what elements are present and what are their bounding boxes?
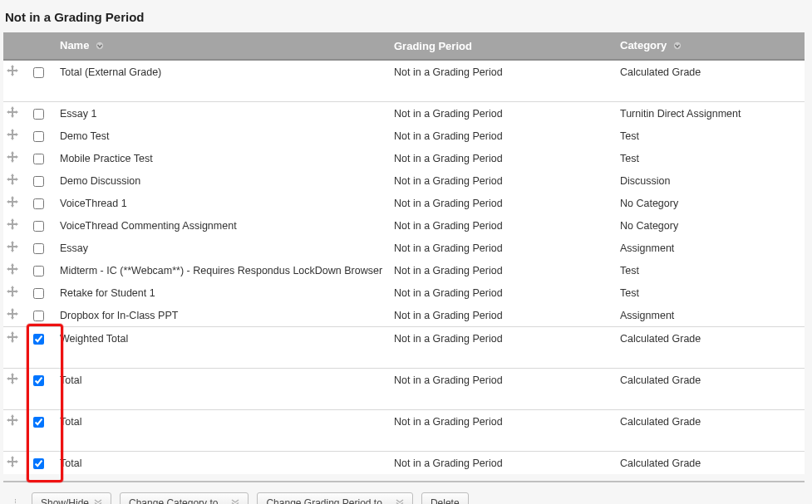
move-icon[interactable]: [7, 331, 18, 343]
table-row: Demo DiscussionNot in a Grading PeriodDi…: [3, 169, 805, 192]
row-checkbox[interactable]: [33, 154, 44, 164]
row-checkbox[interactable]: [33, 243, 44, 254]
row-period: Not in a Grading Period: [391, 102, 617, 125]
table-row: EssayNot in a Grading PeriodAssignment: [3, 237, 805, 259]
move-icon[interactable]: [7, 129, 18, 140]
row-category: Assignment: [617, 237, 805, 259]
row-name[interactable]: Mobile Practice Test: [57, 147, 391, 169]
move-icon[interactable]: [7, 286, 18, 297]
row-name[interactable]: Essay: [57, 237, 391, 259]
move-icon[interactable]: [7, 218, 18, 230]
col-check: [30, 32, 57, 60]
section-divider: [3, 481, 805, 482]
table-row: Essay 1Not in a Grading PeriodTurnitin D…: [3, 102, 805, 125]
row-name[interactable]: Total: [57, 410, 391, 433]
move-icon[interactable]: [7, 174, 18, 185]
change-period-label: Change Grading Period to...: [266, 497, 390, 504]
row-name[interactable]: Weighted Total: [57, 327, 391, 350]
row-checkbox[interactable]: [33, 221, 44, 232]
row-checkbox[interactable]: [33, 334, 44, 345]
row-checkbox[interactable]: [33, 266, 44, 276]
table-row: TotalNot in a Grading PeriodCalculated G…: [3, 410, 805, 433]
row-category: Assignment: [617, 304, 805, 327]
move-icon[interactable]: [7, 308, 18, 320]
table-row: VoiceThread Commenting AssignmentNot in …: [3, 214, 805, 237]
move-icon[interactable]: [7, 373, 18, 384]
delete-label: Delete: [431, 497, 460, 504]
row-category: Test: [617, 281, 805, 304]
move-icon[interactable]: [7, 241, 18, 252]
row-category: Test: [617, 125, 805, 147]
row-period: Not in a Grading Period: [391, 125, 617, 147]
change-category-label: Change Category to...: [129, 497, 226, 504]
double-chevron-down-icon: [396, 497, 404, 504]
change-category-button[interactable]: Change Category to...: [120, 492, 249, 504]
col-drag: [3, 32, 30, 60]
change-grading-period-button[interactable]: Change Grading Period to...: [257, 492, 412, 504]
row-checkbox[interactable]: [33, 288, 44, 299]
col-period-header[interactable]: Grading Period: [391, 32, 617, 60]
double-chevron-down-icon: [231, 497, 239, 504]
row-period: Not in a Grading Period: [391, 192, 617, 214]
row-category: Calculated Grade: [617, 452, 805, 475]
row-spacer: [3, 83, 805, 102]
chevron-down-icon: [672, 40, 682, 52]
row-checkbox[interactable]: [33, 375, 44, 386]
table-row: Dropbox for In-Class PPTNot in a Grading…: [3, 304, 805, 327]
move-icon[interactable]: [7, 65, 18, 76]
show-hide-label: Show/Hide: [41, 497, 89, 504]
grading-table: Name Grading Period Category: [3, 32, 805, 474]
row-name[interactable]: Dropbox for In-Class PPT: [57, 304, 391, 327]
row-period: Not in a Grading Period: [391, 410, 617, 433]
row-category: Test: [617, 259, 805, 281]
show-hide-button[interactable]: Show/Hide: [32, 492, 111, 504]
row-name[interactable]: VoiceThread Commenting Assignment: [57, 214, 391, 237]
row-checkbox[interactable]: [33, 311, 44, 321]
row-category: Calculated Grade: [617, 369, 805, 392]
table-row: Retake for Student 1Not in a Grading Per…: [3, 281, 805, 304]
row-name[interactable]: Demo Discussion: [57, 169, 391, 192]
row-name[interactable]: Demo Test: [57, 125, 391, 147]
table-row: Weighted TotalNot in a Grading PeriodCal…: [3, 327, 805, 350]
delete-button[interactable]: Delete: [421, 492, 469, 504]
table-row: Midterm - IC (**Webcam**) - Requires Res…: [3, 259, 805, 281]
row-name[interactable]: Total (External Grade): [57, 60, 391, 83]
row-period: Not in a Grading Period: [391, 259, 617, 281]
row-name[interactable]: Midterm - IC (**Webcam**) - Requires Res…: [57, 259, 391, 281]
move-icon[interactable]: [7, 263, 18, 275]
move-icon[interactable]: [7, 456, 18, 467]
col-period-label: Grading Period: [394, 40, 472, 52]
row-name[interactable]: Essay 1: [57, 102, 391, 125]
move-icon[interactable]: [7, 151, 18, 163]
move-icon[interactable]: [7, 196, 18, 208]
row-checkbox[interactable]: [33, 417, 44, 428]
row-checkbox[interactable]: [33, 131, 44, 142]
row-checkbox[interactable]: [33, 458, 44, 469]
move-icon[interactable]: [7, 414, 18, 426]
row-checkbox[interactable]: [33, 176, 44, 187]
move-icon[interactable]: [7, 106, 18, 118]
col-name-label: Name: [60, 39, 89, 51]
row-name[interactable]: Total: [57, 452, 391, 475]
col-category-label: Category: [620, 39, 667, 51]
row-checkbox[interactable]: [33, 67, 44, 78]
chevron-down-icon: [95, 40, 105, 52]
table-row: VoiceThread 1Not in a Grading PeriodNo C…: [3, 192, 805, 214]
bulk-action-toolbar: Show/Hide Change Category to... Change G…: [3, 492, 805, 504]
col-name-header[interactable]: Name: [57, 32, 391, 60]
row-checkbox[interactable]: [33, 198, 44, 209]
row-name[interactable]: VoiceThread 1: [57, 192, 391, 214]
row-checkbox[interactable]: [33, 109, 44, 120]
row-name[interactable]: Total: [57, 369, 391, 392]
row-name[interactable]: Retake for Student 1: [57, 281, 391, 304]
row-category: Calculated Grade: [617, 410, 805, 433]
col-category-header[interactable]: Category: [617, 32, 805, 60]
row-period: Not in a Grading Period: [391, 147, 617, 169]
row-period: Not in a Grading Period: [391, 214, 617, 237]
double-chevron-down-icon: [94, 497, 102, 504]
row-spacer: [3, 350, 805, 369]
row-category: Turnitin Direct Assignment: [617, 102, 805, 125]
table-row: TotalNot in a Grading PeriodCalculated G…: [3, 452, 805, 475]
row-category: Calculated Grade: [617, 327, 805, 350]
row-category: Calculated Grade: [617, 60, 805, 83]
